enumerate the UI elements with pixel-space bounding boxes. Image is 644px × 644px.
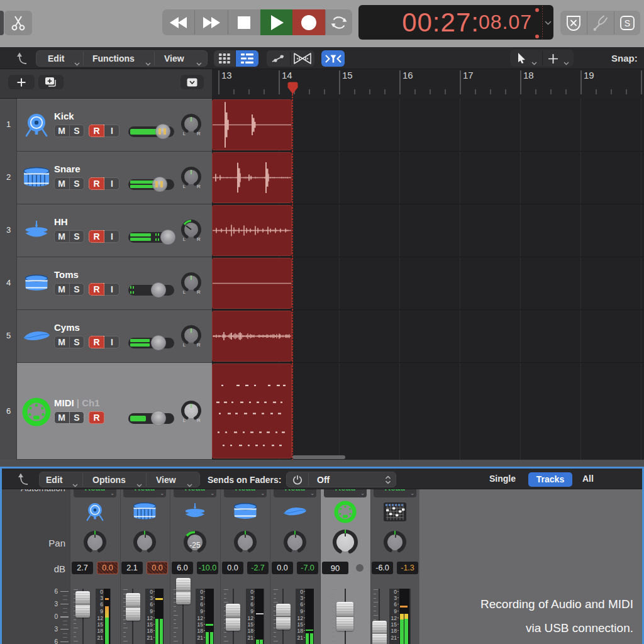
svg-text:S: S bbox=[625, 18, 630, 28]
